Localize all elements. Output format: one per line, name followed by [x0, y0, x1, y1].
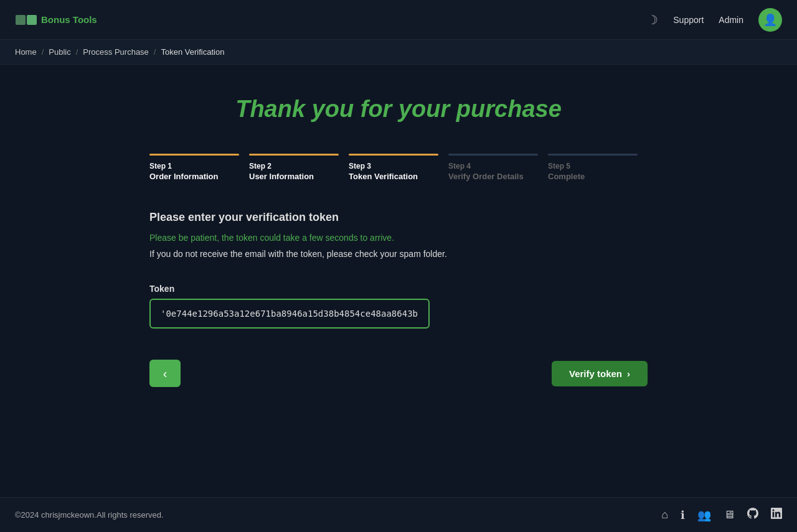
navbar: Bonus Tools ☽ Support Admin 👤 — [0, 0, 797, 40]
logo-square-1 — [16, 15, 26, 25]
verify-label: Verify token — [569, 368, 622, 379]
logo-square-2 — [27, 15, 37, 25]
support-link[interactable]: Support — [673, 15, 704, 25]
breadcrumb-home[interactable]: Home — [15, 47, 37, 57]
step-2-label: User Information — [249, 172, 314, 181]
verify-button[interactable]: Verify token › — [552, 361, 648, 386]
step-5-bar — [548, 154, 638, 156]
footer-linkedin-icon[interactable] — [771, 508, 782, 522]
footer-info-icon[interactable]: ℹ — [681, 508, 685, 522]
form-hint-green: Please be patient, the token could take … — [149, 233, 648, 243]
step-4-label: Verify Order Details — [448, 172, 524, 181]
verify-icon: › — [627, 368, 630, 379]
footer-copyright: ©2024 chrisjmckeown.All rights reserved. — [15, 510, 164, 520]
step-1: Step 1 Order Information — [149, 154, 249, 181]
main-content: Thank you for your purchase Step 1 Order… — [0, 65, 797, 497]
step-4-bar — [448, 154, 538, 156]
step-3: Step 3 Token Verification — [349, 154, 448, 181]
steps-container: Step 1 Order Information Step 2 User Inf… — [149, 154, 648, 181]
step-3-label: Token Verification — [349, 172, 418, 181]
step-1-bar — [149, 154, 239, 156]
brand-name: Bonus Tools — [41, 14, 97, 25]
step-1-number: Step 1 — [149, 162, 172, 170]
footer: ©2024 chrisjmckeown.All rights reserved.… — [0, 497, 797, 532]
brand: Bonus Tools — [15, 9, 647, 31]
step-2-number: Step 2 — [249, 162, 271, 170]
step-5-number: Step 5 — [548, 162, 570, 170]
breadcrumb-current: Token Verification — [161, 47, 224, 57]
step-5: Step 5 Complete — [548, 154, 648, 181]
navbar-right: ☽ Support Admin 👤 — [647, 8, 782, 32]
form-section: Please enter your verification token Ple… — [149, 211, 648, 329]
back-icon: ‹ — [163, 366, 167, 381]
breadcrumb-sep-2: / — [76, 47, 78, 57]
token-input[interactable] — [149, 299, 430, 329]
step-4: Step 4 Verify Order Details — [448, 154, 548, 181]
avatar-icon: 👤 — [763, 13, 777, 27]
breadcrumb-process-purchase[interactable]: Process Purchase — [83, 47, 149, 57]
breadcrumb-sep-3: / — [154, 47, 156, 57]
user-avatar[interactable]: 👤 — [758, 8, 782, 32]
breadcrumb: Home / Public / Process Purchase / Token… — [0, 40, 797, 65]
step-1-label: Order Information — [149, 172, 219, 181]
breadcrumb-sep-1: / — [42, 47, 44, 57]
step-3-number: Step 3 — [349, 162, 371, 170]
back-button[interactable]: ‹ — [149, 360, 181, 387]
footer-github-icon[interactable] — [747, 508, 758, 522]
footer-home-icon[interactable]: ⌂ — [661, 508, 668, 521]
admin-link[interactable]: Admin — [719, 15, 743, 25]
brand-logo — [15, 9, 37, 31]
form-hint-white: If you do not receive the email with the… — [149, 249, 648, 259]
step-2-bar — [249, 154, 339, 156]
footer-icons: ⌂ ℹ 👥 🖥 — [661, 508, 782, 522]
step-5-label: Complete — [548, 172, 585, 181]
step-2: Step 2 User Information — [249, 154, 349, 181]
footer-monitor-icon[interactable]: 🖥 — [724, 508, 735, 521]
step-3-bar — [349, 154, 438, 156]
footer-users-icon[interactable]: 👥 — [697, 508, 711, 522]
form-heading: Please enter your verification token — [149, 211, 648, 224]
step-4-number: Step 4 — [448, 162, 471, 170]
page-title: Thank you for your purchase — [235, 96, 562, 123]
buttons-row: ‹ Verify token › — [149, 360, 648, 387]
breadcrumb-public[interactable]: Public — [49, 47, 70, 57]
dark-mode-icon[interactable]: ☽ — [647, 12, 658, 27]
token-label: Token — [149, 284, 648, 294]
